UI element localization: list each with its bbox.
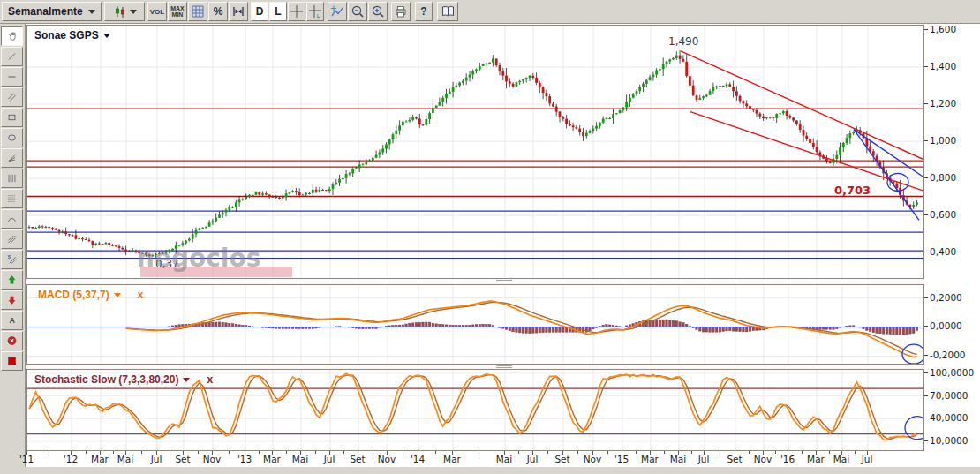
stochastic-indicator-label[interactable]: Stochastic Slow (7,3,3,80,20) x [34, 373, 213, 386]
symbol-selector[interactable]: Sonae SGPS [34, 29, 110, 41]
macd-indicator-label[interactable]: MACD (5,37,7) x [38, 289, 143, 301]
y-axis-tick [924, 297, 928, 298]
x-axis-minor-tick [403, 451, 403, 454]
x-axis-minor-tick [802, 451, 803, 454]
tool-text[interactable]: A [1, 311, 23, 330]
x-axis-label: Mar [641, 454, 659, 464]
zoom-out-button[interactable] [348, 2, 367, 21]
y-axis-label: 1,200 [930, 98, 956, 109]
stochastic-label-text: Stochastic Slow (7,3,3,80,20) [34, 373, 178, 386]
y-axis-tick [924, 140, 928, 141]
x-axis-minor-tick [749, 451, 750, 454]
x-axis-label: Jul [698, 454, 710, 464]
x-axis-label: Mai [670, 454, 686, 464]
stochastic-panel[interactable]: Stochastic Slow (7,3,3,80,20) x [26, 369, 924, 451]
fibonacci-time-zones-icon [7, 171, 17, 185]
y-axis-label: 1,000 [930, 135, 956, 146]
tool-arrow-down[interactable] [1, 290, 23, 310]
x-axis-minor-tick [664, 451, 665, 454]
y-axis-tick [924, 66, 928, 67]
max-min-button[interactable]: MAX MIN [168, 2, 187, 21]
stochastic-close-button[interactable]: x [207, 373, 213, 386]
x-axis-label: Jul [324, 454, 335, 464]
tool-parallel-lines[interactable] [1, 87, 23, 107]
hand-icon [7, 29, 17, 43]
y-axis-label: -0,2000 [930, 350, 966, 360]
manual-button[interactable] [437, 2, 458, 21]
x-axis-minor-tick [141, 451, 142, 454]
x-axis-label: Set [350, 454, 365, 464]
x-axis-label: Nov [203, 454, 222, 464]
y-axis-label: 1,600 [930, 24, 956, 34]
price-marker-icon [231, 4, 245, 19]
y-axis-label: 10,0000 [930, 435, 968, 446]
crosshair-button[interactable] [288, 2, 305, 21]
max-label: MAX [170, 5, 185, 11]
divider-grip-icon[interactable] [496, 280, 512, 283]
svg-text:0,703: 0,703 [834, 184, 871, 197]
x-axis-label: '11 [19, 454, 34, 464]
horizontal-line-icon [7, 70, 17, 84]
x-axis-label: Mai [833, 454, 849, 464]
log-scale-button[interactable]: L [269, 2, 287, 21]
y-axis-label: 0,600 [930, 209, 956, 220]
help-button[interactable]: ? [415, 2, 433, 21]
x-axis-minor-tick [607, 451, 608, 454]
x-axis-minor-tick [435, 451, 436, 454]
tool-fibonacci-retracement[interactable] [1, 189, 23, 208]
tool-s-lines[interactable]: S [1, 250, 23, 269]
print-button[interactable] [391, 2, 411, 21]
fan-lines-icon [7, 151, 17, 165]
x-axis-label: Mai [117, 454, 133, 464]
timeframe-dropdown[interactable]: Semanalmente [2, 2, 102, 21]
add-indicator-button[interactable] [328, 2, 347, 21]
x-axis-label: Jul [527, 454, 539, 464]
chevron-down-icon [130, 10, 137, 18]
price-plot[interactable]: 1,4900,7030,37 [27, 26, 923, 278]
x-axis-minor-tick [229, 451, 230, 454]
arrow-up-icon [7, 273, 17, 287]
price-panel[interactable]: negocios 1,4900,7030,37 Sonae SGPS [26, 25, 924, 279]
percent-scale-button[interactable]: % [208, 2, 228, 21]
tool-pan-hand[interactable] [1, 26, 23, 46]
x-axis-minor-tick [343, 451, 344, 454]
svg-text:1,490: 1,490 [668, 35, 698, 48]
volume-toggle-button[interactable]: VOL [147, 2, 167, 21]
tool-trend-line[interactable] [1, 47, 23, 66]
tool-fibonacci-time-zones[interactable] [1, 169, 23, 188]
tool-horizontal-line[interactable] [1, 67, 23, 87]
timeframe-label: Semanalmente [8, 5, 83, 18]
top-toolbar: Semanalmente VOL MAX MIN % D L L ? [0, 0, 980, 24]
x-axis-label: Mar [443, 454, 461, 464]
price-marker-button[interactable] [229, 2, 248, 21]
zoom-in-button[interactable] [368, 2, 388, 21]
y-axis-label: 70,0000 [930, 390, 968, 401]
x-axis-minor-tick [636, 451, 637, 454]
x-axis-minor-tick [691, 451, 692, 454]
svg-text:S: S [8, 255, 11, 260]
x-axis-minor-tick [113, 451, 114, 454]
svg-text:A: A [9, 316, 15, 325]
macd-plot[interactable] [27, 285, 923, 364]
grid-toggle-button[interactable] [188, 2, 207, 21]
macd-close-button[interactable]: x [138, 289, 144, 301]
tool-ellipse[interactable] [1, 128, 23, 147]
daily-scale-button[interactable]: D [251, 2, 268, 21]
y-axis-label: 100,0000 [930, 367, 974, 378]
chevron-down-icon [88, 10, 95, 18]
tool-fan-lines[interactable] [1, 148, 23, 168]
book-icon [441, 4, 456, 19]
tool-delete[interactable] [1, 331, 23, 350]
tool-arrow-up[interactable] [1, 270, 23, 290]
macd-panel[interactable]: MACD (5,37,7) x [26, 284, 924, 365]
candlestick-icon [113, 4, 127, 19]
chart-type-dropdown[interactable] [104, 2, 145, 21]
tool-color-swatch[interactable] [1, 351, 23, 371]
crosshair-label-button[interactable]: L [306, 2, 324, 21]
tool-rectangle[interactable] [1, 108, 23, 127]
l-label: L [275, 5, 281, 18]
y-axis-label: 0,400 [930, 246, 956, 257]
tool-arc[interactable] [1, 209, 23, 229]
tool-speed-lines[interactable] [1, 229, 23, 249]
x-axis-minor-tick [86, 451, 87, 454]
